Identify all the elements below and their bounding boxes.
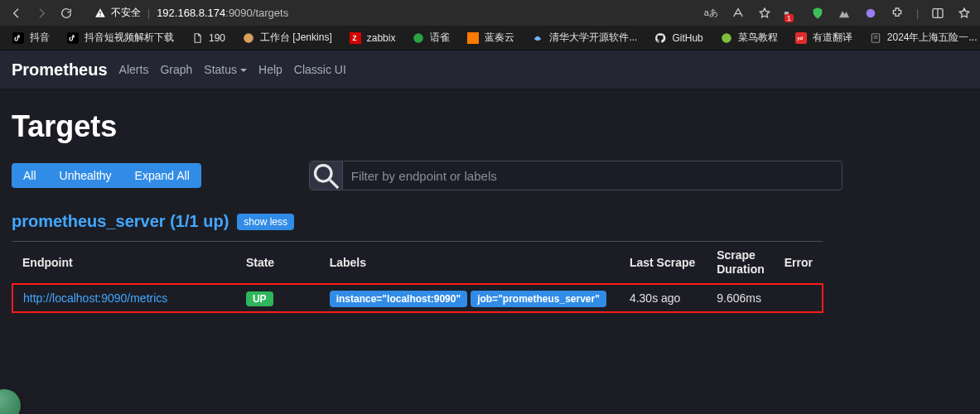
- svg-line-20: [330, 180, 338, 188]
- split-screen-icon[interactable]: [930, 6, 945, 21]
- svg-rect-12: [467, 32, 479, 44]
- bookmarks-bar: 抖音抖音短视频解析下载190工作台 [Jenkins]Zzabbix语雀蓝奏云清…: [0, 26, 980, 51]
- prometheus-navbar: Prometheus Alerts Graph Status Help Clas…: [0, 51, 980, 89]
- bookmark-item[interactable]: 抖音短视频解析下载: [60, 28, 181, 47]
- expand-all-button[interactable]: Expand All: [123, 163, 201, 188]
- svg-rect-0: [99, 11, 100, 14]
- job-title-link[interactable]: prometheus_server (1/1 up): [12, 212, 229, 231]
- last-scrape-cell: 4.30s ago: [620, 284, 707, 312]
- bookmark-label: GitHub: [672, 32, 702, 44]
- doc-icon: [191, 31, 204, 45]
- bookmark-label: 工作台 [Jenkins]: [260, 31, 332, 45]
- svg-rect-1: [99, 15, 100, 16]
- address-bar[interactable]: 不安全 | 192.168.8.174:9090/targets: [94, 6, 288, 20]
- search-icon: [310, 161, 343, 190]
- bookmark-label: 2024年上海五险一...: [887, 31, 978, 45]
- youdao-icon: yd: [794, 31, 808, 45]
- tuna-icon: [531, 31, 544, 45]
- nav-alerts[interactable]: Alerts: [119, 60, 149, 79]
- label-badge: job="prometheus_server": [471, 291, 606, 307]
- filter-input[interactable]: [343, 162, 842, 190]
- bookmark-item[interactable]: 蓝奏云: [460, 28, 521, 47]
- read-aloud-icon[interactable]: [731, 6, 746, 21]
- zabbix-icon: Z: [349, 31, 362, 45]
- endpoint-link[interactable]: http://localhost:9090/metrics: [23, 291, 167, 305]
- bookmark-label: 菜鸟教程: [738, 31, 778, 45]
- svg-text:yd: yd: [797, 36, 803, 41]
- bookmark-item[interactable]: 语雀: [405, 28, 456, 47]
- ext-icon-1[interactable]: 1: [784, 6, 799, 21]
- extensions-icon[interactable]: [890, 6, 905, 21]
- filter-unhealthy-button[interactable]: Unhealthy: [48, 163, 123, 188]
- brain-icon[interactable]: [863, 6, 878, 21]
- yuque-icon: [412, 31, 425, 45]
- controls-row: All Unhealthy Expand All: [12, 161, 968, 190]
- job-header: prometheus_server (1/1 up) show less: [12, 212, 294, 231]
- insecure-site-badge[interactable]: 不安全: [94, 6, 141, 20]
- github-icon: [654, 31, 667, 45]
- svg-point-11: [414, 33, 424, 43]
- scrape-duration-cell: 9.606ms: [707, 284, 775, 312]
- runoob-icon: [720, 31, 733, 45]
- svg-point-19: [315, 165, 331, 181]
- bookmark-label: 抖音短视频解析下载: [84, 31, 174, 45]
- brand-logo[interactable]: Prometheus: [12, 60, 108, 79]
- targets-tbody: http://localhost:9090/metricsUPinstance=…: [12, 284, 823, 312]
- bookmark-item[interactable]: 工作台 [Jenkins]: [235, 28, 339, 47]
- assistant-bubble[interactable]: [0, 389, 21, 414]
- page-title: Targets: [12, 109, 968, 144]
- bookmark-label: 语雀: [430, 31, 450, 45]
- translate-hint[interactable]: aあ: [704, 7, 719, 19]
- bookmark-label: zabbix: [367, 32, 396, 44]
- refresh-button[interactable]: [58, 5, 75, 22]
- nav-classic-ui[interactable]: Classic UI: [294, 60, 346, 79]
- targets-table: Endpoint State Labels Last Scrape Scrape…: [12, 241, 823, 313]
- bookmark-item[interactable]: 190: [184, 29, 232, 47]
- state-badge: UP: [246, 291, 273, 306]
- insecure-text: 不安全: [111, 6, 141, 20]
- th-error: Error: [775, 242, 823, 284]
- th-labels: Labels: [320, 242, 620, 284]
- douyin-icon: [12, 31, 25, 45]
- back-button[interactable]: [8, 5, 25, 22]
- mountain-icon[interactable]: [837, 6, 852, 21]
- bookmark-item[interactable]: 抖音: [5, 28, 56, 47]
- table-row: http://localhost:9090/metricsUPinstance=…: [12, 284, 823, 312]
- nav-graph[interactable]: Graph: [160, 60, 192, 79]
- bookmark-item[interactable]: 菜鸟教程: [713, 28, 784, 47]
- bookmark-label: 抖音: [30, 31, 50, 45]
- svg-point-13: [722, 33, 731, 43]
- bookmark-label: 清华大学开源软件...: [549, 31, 637, 45]
- nav-help[interactable]: Help: [258, 60, 282, 79]
- th-endpoint: Endpoint: [12, 242, 236, 284]
- label-badge: instance="localhost:9090": [330, 291, 467, 307]
- bookmark-label: 有道翻译: [813, 31, 852, 45]
- bookmark-item[interactable]: GitHub: [647, 29, 709, 47]
- th-scrape-duration: Scrape Duration: [707, 242, 775, 284]
- bookmark-label: 190: [209, 32, 225, 44]
- bookmark-item[interactable]: yd有道翻译: [788, 28, 859, 47]
- nav-status[interactable]: Status: [204, 60, 247, 79]
- show-less-button[interactable]: show less: [237, 214, 294, 230]
- health-filter-group: All Unhealthy Expand All: [12, 163, 201, 188]
- th-state: State: [236, 242, 320, 284]
- filter-all-button[interactable]: All: [12, 163, 48, 188]
- bookmark-item[interactable]: 2024年上海五险一...: [862, 28, 980, 47]
- th-last-scrape: Last Scrape: [620, 242, 707, 284]
- svg-point-3: [867, 8, 876, 17]
- forward-button[interactable]: [33, 5, 50, 22]
- toolbar-separator: |: [916, 7, 919, 19]
- filter-input-wrap: [309, 161, 842, 190]
- favorite-icon[interactable]: [757, 6, 772, 21]
- bookmark-item[interactable]: Zzabbix: [342, 29, 403, 47]
- url-text: 192.168.8.174:9090/targets: [157, 7, 288, 19]
- error-cell: [775, 284, 823, 312]
- jenkins-icon: [242, 31, 255, 45]
- shield-icon[interactable]: [810, 6, 825, 21]
- svg-text:Z: Z: [352, 34, 356, 41]
- browser-toolbar: 不安全 | 192.168.8.174:9090/targets aあ 1 |: [0, 0, 980, 26]
- douyin-icon: [66, 31, 80, 45]
- bookmark-item[interactable]: 清华大学开源软件...: [524, 28, 644, 47]
- calc-icon: [869, 31, 882, 45]
- collections-icon[interactable]: [957, 6, 972, 21]
